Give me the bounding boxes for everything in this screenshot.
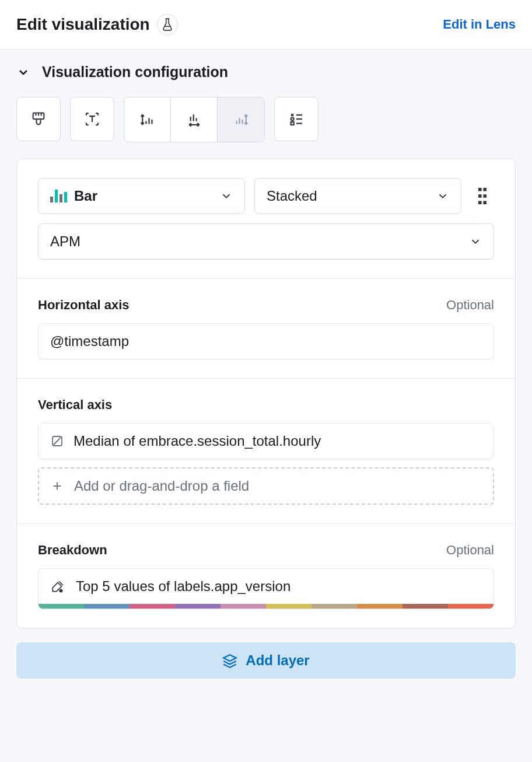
right-axis-button: [218, 97, 264, 142]
left-axis-button[interactable]: [124, 97, 171, 142]
field-value: Median of embrace.session_total.hourly: [74, 433, 321, 449]
layers-icon: [222, 653, 237, 668]
page-title: Edit visualization: [16, 15, 150, 34]
svg-rect-7: [483, 188, 487, 191]
chevron-down-icon: [436, 190, 449, 202]
stacking-label: Stacked: [267, 188, 317, 204]
header-title-wrap: Edit visualization: [16, 14, 178, 35]
right-axis-icon: [232, 111, 250, 128]
section-toggle[interactable]: Visualization configuration: [16, 64, 516, 81]
legend-button[interactable]: [274, 97, 318, 141]
svg-point-1: [291, 118, 294, 121]
svg-rect-11: [483, 201, 487, 204]
svg-point-16: [60, 589, 62, 592]
bar-chart-icon: [50, 190, 67, 202]
index-pattern-select[interactable]: APM: [38, 223, 494, 260]
content: Visualization configuration: [0, 50, 532, 693]
optional-label: Optional: [446, 543, 494, 558]
horizontal-axis-field[interactable]: @timestamp: [38, 323, 494, 359]
svg-rect-6: [478, 188, 482, 191]
chevron-down-icon: [469, 235, 482, 248]
vertical-axis-field[interactable]: Median of embrace.session_total.hourly: [38, 423, 494, 459]
empty-icon: [50, 434, 64, 448]
bottom-axis-icon: [186, 111, 203, 128]
breakdown-label: Breakdown: [38, 543, 107, 558]
left-axis-icon: [139, 111, 156, 128]
svg-rect-2: [291, 122, 294, 125]
vertical-axis-section: Vertical axis Median of embrace.session_…: [17, 379, 515, 524]
add-layer-button[interactable]: Add layer: [16, 642, 516, 679]
chevron-down-icon: [220, 190, 233, 202]
index-pattern-label: APM: [50, 233, 80, 250]
svg-marker-17: [223, 655, 236, 661]
axis-group: [124, 97, 265, 142]
optional-label: Optional: [446, 298, 494, 313]
add-layer-label: Add layer: [246, 652, 309, 669]
palette-preview: [38, 604, 494, 609]
brush-icon: [30, 111, 47, 127]
svg-line-13: [54, 438, 61, 445]
chart-type-label: Bar: [74, 188, 97, 204]
horizontal-axis-section: Horizontal axis Optional @timestamp: [17, 279, 515, 379]
appearance-button[interactable]: [16, 97, 61, 141]
beaker-badge: [157, 14, 178, 35]
field-value: @timestamp: [50, 333, 129, 349]
add-placeholder: Add or drag-and-drop a field: [74, 478, 249, 494]
titles-button[interactable]: [70, 97, 114, 141]
beaker-icon: [162, 18, 173, 31]
toolbar: [16, 97, 516, 142]
legend-icon: [288, 110, 305, 128]
breakdown-section: Breakdown Optional Top 5 values of label…: [17, 524, 515, 628]
section-title: Visualization configuration: [42, 64, 228, 81]
vertical-axis-label: Vertical axis: [38, 397, 112, 413]
text-frame-icon: [83, 110, 101, 128]
breakdown-field[interactable]: Top 5 values of labels.app_version: [38, 568, 494, 609]
plus-icon: [51, 480, 64, 492]
svg-rect-9: [483, 194, 487, 198]
bottom-axis-button[interactable]: [171, 97, 218, 142]
edit-in-lens-link[interactable]: Edit in Lens: [443, 17, 516, 32]
field-value: Top 5 values of labels.app_version: [76, 578, 290, 595]
chart-type-select[interactable]: Bar: [38, 178, 245, 214]
horizontal-axis-label: Horizontal axis: [38, 298, 129, 313]
chevron-down-icon: [16, 65, 30, 79]
palette-icon: [50, 579, 65, 594]
svg-rect-10: [478, 201, 482, 204]
add-metric-dropzone[interactable]: Add or drag-and-drop a field: [38, 467, 494, 505]
svg-rect-8: [478, 194, 482, 198]
chart-type-row: Bar Stacked APM: [17, 159, 515, 279]
layer-panel: Bar Stacked APM Horizontal axis: [16, 159, 516, 628]
grab-icon: [478, 188, 487, 204]
header: Edit visualization Edit in Lens: [0, 0, 532, 50]
layer-drag-handle[interactable]: [471, 184, 494, 208]
stacking-select[interactable]: Stacked: [254, 178, 461, 214]
